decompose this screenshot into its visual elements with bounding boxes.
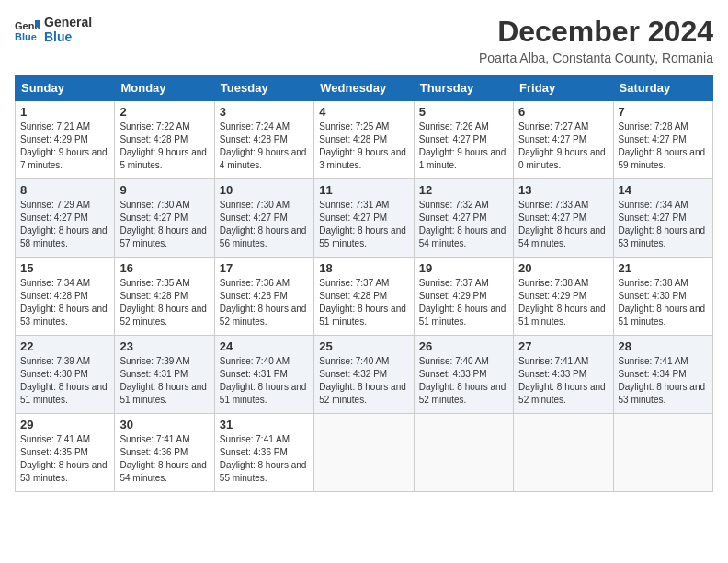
day-number: 7 [619, 105, 708, 119]
day-detail: Sunrise: 7:35 AM Sunset: 4:28 PM Dayligh… [119, 277, 209, 328]
calendar-header-row: SundayMondayTuesdayWednesdayThursdayFrid… [16, 75, 713, 101]
day-number: 14 [619, 183, 708, 197]
day-number: 30 [119, 418, 209, 431]
calendar-cell: 20 Sunrise: 7:38 AM Sunset: 4:29 PM Dayl… [514, 258, 613, 336]
calendar-cell: 13 Sunrise: 7:33 AM Sunset: 4:27 PM Dayl… [514, 179, 613, 258]
day-detail: Sunrise: 7:41 AM Sunset: 4:35 PM Dayligh… [20, 433, 109, 485]
calendar-cell: 25 Sunrise: 7:40 AM Sunset: 4:32 PM Dayl… [314, 336, 414, 414]
title-block: December 2024 Poarta Alba, Constanta Cou… [479, 15, 713, 65]
day-detail: Sunrise: 7:40 AM Sunset: 4:32 PM Dayligh… [319, 355, 408, 407]
location: Poarta Alba, Constanta County, Romania [479, 51, 713, 65]
calendar-cell [414, 414, 513, 492]
day-detail: Sunrise: 7:37 AM Sunset: 4:29 PM Dayligh… [419, 277, 508, 328]
calendar-cell [314, 414, 414, 492]
day-detail: Sunrise: 7:40 AM Sunset: 4:31 PM Dayligh… [220, 355, 309, 407]
day-detail: Sunrise: 7:39 AM Sunset: 4:30 PM Dayligh… [20, 355, 109, 407]
calendar-cell: 6 Sunrise: 7:27 AM Sunset: 4:27 PM Dayli… [514, 101, 613, 179]
calendar-cell: 16 Sunrise: 7:35 AM Sunset: 4:28 PM Dayl… [115, 258, 214, 336]
day-detail: Sunrise: 7:26 AM Sunset: 4:27 PM Dayligh… [419, 121, 508, 172]
day-detail: Sunrise: 7:41 AM Sunset: 4:36 PM Dayligh… [119, 433, 209, 485]
calendar-cell: 27 Sunrise: 7:41 AM Sunset: 4:33 PM Dayl… [514, 336, 613, 414]
day-detail: Sunrise: 7:31 AM Sunset: 4:27 PM Dayligh… [319, 199, 408, 250]
logo-line2: Blue [44, 29, 92, 44]
calendar-cell [514, 414, 613, 492]
day-number: 9 [119, 183, 209, 197]
month-title: December 2024 [479, 15, 713, 49]
calendar-cell: 15 Sunrise: 7:34 AM Sunset: 4:28 PM Dayl… [16, 258, 115, 336]
day-detail: Sunrise: 7:37 AM Sunset: 4:28 PM Dayligh… [319, 277, 408, 328]
day-number: 26 [419, 339, 508, 353]
svg-text:Blue: Blue [15, 31, 37, 42]
header-sunday: Sunday [16, 75, 115, 101]
day-number: 13 [518, 183, 608, 197]
logo-line1: General [44, 15, 92, 29]
day-detail: Sunrise: 7:38 AM Sunset: 4:29 PM Dayligh… [518, 277, 608, 328]
calendar-cell: 29 Sunrise: 7:41 AM Sunset: 4:35 PM Dayl… [16, 414, 115, 492]
calendar-cell: 14 Sunrise: 7:34 AM Sunset: 4:27 PM Dayl… [613, 179, 712, 258]
day-number: 23 [119, 339, 209, 353]
day-detail: Sunrise: 7:22 AM Sunset: 4:28 PM Dayligh… [119, 121, 209, 172]
day-number: 25 [319, 339, 408, 353]
calendar-cell: 30 Sunrise: 7:41 AM Sunset: 4:36 PM Dayl… [115, 414, 214, 492]
day-number: 1 [20, 105, 109, 119]
day-number: 16 [119, 261, 209, 275]
calendar-cell: 28 Sunrise: 7:41 AM Sunset: 4:34 PM Dayl… [613, 336, 712, 414]
day-number: 10 [220, 183, 309, 197]
day-detail: Sunrise: 7:39 AM Sunset: 4:31 PM Dayligh… [119, 355, 209, 407]
calendar-cell: 24 Sunrise: 7:40 AM Sunset: 4:31 PM Dayl… [214, 336, 313, 414]
day-detail: Sunrise: 7:28 AM Sunset: 4:27 PM Dayligh… [619, 121, 708, 172]
day-detail: Sunrise: 7:30 AM Sunset: 4:27 PM Dayligh… [220, 199, 309, 250]
day-number: 8 [20, 183, 109, 197]
day-detail: Sunrise: 7:41 AM Sunset: 4:36 PM Dayligh… [220, 433, 309, 485]
calendar-cell: 21 Sunrise: 7:38 AM Sunset: 4:30 PM Dayl… [613, 258, 712, 336]
calendar-cell: 10 Sunrise: 7:30 AM Sunset: 4:27 PM Dayl… [214, 179, 313, 258]
logo: General Blue General Blue [15, 15, 92, 44]
day-detail: Sunrise: 7:30 AM Sunset: 4:27 PM Dayligh… [119, 199, 209, 250]
calendar-cell: 19 Sunrise: 7:37 AM Sunset: 4:29 PM Dayl… [414, 258, 513, 336]
day-number: 15 [20, 261, 109, 275]
calendar-cell: 22 Sunrise: 7:39 AM Sunset: 4:30 PM Dayl… [16, 336, 115, 414]
calendar-week-row: 1 Sunrise: 7:21 AM Sunset: 4:29 PM Dayli… [16, 101, 713, 179]
day-number: 20 [518, 261, 608, 275]
calendar-cell: 8 Sunrise: 7:29 AM Sunset: 4:27 PM Dayli… [16, 179, 115, 258]
day-detail: Sunrise: 7:24 AM Sunset: 4:28 PM Dayligh… [220, 121, 309, 172]
header-monday: Monday [115, 75, 214, 101]
page-header: General Blue General Blue December 2024 … [15, 15, 713, 65]
calendar-cell: 11 Sunrise: 7:31 AM Sunset: 4:27 PM Dayl… [314, 179, 414, 258]
calendar-cell: 31 Sunrise: 7:41 AM Sunset: 4:36 PM Dayl… [214, 414, 313, 492]
header-friday: Friday [514, 75, 613, 101]
day-number: 6 [518, 105, 608, 119]
calendar-cell: 3 Sunrise: 7:24 AM Sunset: 4:28 PM Dayli… [214, 101, 313, 179]
calendar-cell: 1 Sunrise: 7:21 AM Sunset: 4:29 PM Dayli… [16, 101, 115, 179]
day-detail: Sunrise: 7:32 AM Sunset: 4:27 PM Dayligh… [419, 199, 508, 250]
day-number: 4 [319, 105, 408, 119]
day-number: 27 [518, 339, 608, 353]
calendar-cell: 18 Sunrise: 7:37 AM Sunset: 4:28 PM Dayl… [314, 258, 414, 336]
calendar-cell: 12 Sunrise: 7:32 AM Sunset: 4:27 PM Dayl… [414, 179, 513, 258]
calendar-week-row: 22 Sunrise: 7:39 AM Sunset: 4:30 PM Dayl… [16, 336, 713, 414]
calendar-cell: 5 Sunrise: 7:26 AM Sunset: 4:27 PM Dayli… [414, 101, 513, 179]
calendar-cell: 4 Sunrise: 7:25 AM Sunset: 4:28 PM Dayli… [314, 101, 414, 179]
day-detail: Sunrise: 7:34 AM Sunset: 4:27 PM Dayligh… [619, 199, 708, 250]
header-saturday: Saturday [613, 75, 712, 101]
day-number: 29 [20, 418, 109, 431]
day-number: 2 [119, 105, 209, 119]
day-detail: Sunrise: 7:41 AM Sunset: 4:34 PM Dayligh… [619, 355, 708, 407]
header-wednesday: Wednesday [314, 75, 414, 101]
day-detail: Sunrise: 7:38 AM Sunset: 4:30 PM Dayligh… [619, 277, 708, 328]
day-number: 11 [319, 183, 408, 197]
day-detail: Sunrise: 7:34 AM Sunset: 4:28 PM Dayligh… [20, 277, 109, 328]
day-number: 18 [319, 261, 408, 275]
day-number: 22 [20, 339, 109, 353]
calendar-cell: 7 Sunrise: 7:28 AM Sunset: 4:27 PM Dayli… [613, 101, 712, 179]
day-detail: Sunrise: 7:41 AM Sunset: 4:33 PM Dayligh… [518, 355, 608, 407]
day-detail: Sunrise: 7:40 AM Sunset: 4:33 PM Dayligh… [419, 355, 508, 407]
day-number: 19 [419, 261, 508, 275]
day-detail: Sunrise: 7:21 AM Sunset: 4:29 PM Dayligh… [20, 121, 109, 172]
day-number: 17 [220, 261, 309, 275]
day-number: 24 [220, 339, 309, 353]
day-number: 12 [419, 183, 508, 197]
header-tuesday: Tuesday [214, 75, 313, 101]
day-detail: Sunrise: 7:25 AM Sunset: 4:28 PM Dayligh… [319, 121, 408, 172]
calendar-cell: 17 Sunrise: 7:36 AM Sunset: 4:28 PM Dayl… [214, 258, 313, 336]
